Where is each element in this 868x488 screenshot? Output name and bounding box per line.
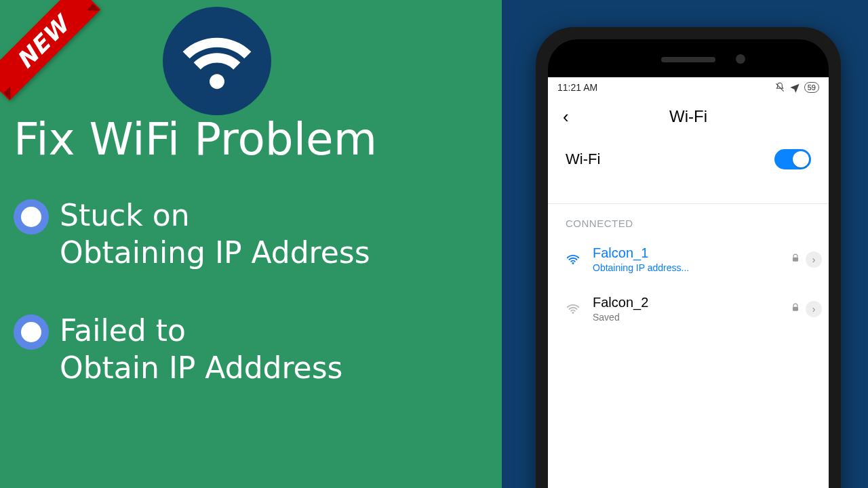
phone-device: 11:21 AM 59 ‹ Wi-Fi Wi-Fi CONNECTED bbox=[536, 27, 841, 488]
check-icon bbox=[14, 314, 49, 350]
main-title: Fix WiFi Problem bbox=[14, 115, 377, 165]
svg-rect-3 bbox=[793, 306, 798, 310]
network-item[interactable]: Falcon_2 Saved › bbox=[548, 284, 829, 333]
lock-icon bbox=[791, 253, 800, 266]
battery-indicator: 59 bbox=[804, 82, 819, 93]
status-bar: 11:21 AM 59 bbox=[548, 77, 829, 98]
lock-icon bbox=[791, 303, 800, 315]
detail-button[interactable]: › bbox=[806, 251, 822, 268]
network-name: Falcon_2 bbox=[593, 295, 791, 310]
silent-icon bbox=[774, 82, 785, 93]
bullet-item: Stuck on Obtaining IP Address bbox=[14, 197, 488, 271]
new-badge: NEW bbox=[0, 0, 128, 128]
network-status: Saved bbox=[593, 312, 791, 323]
svg-rect-1 bbox=[793, 257, 798, 261]
wifi-toggle-label: Wi-Fi bbox=[566, 150, 600, 168]
bullet-item: Failed to Obtain IP Adddress bbox=[14, 312, 488, 386]
detail-button[interactable]: › bbox=[806, 301, 822, 317]
wifi-icon bbox=[163, 7, 271, 115]
status-time: 11:21 AM bbox=[557, 82, 597, 93]
wifi-signal-icon bbox=[561, 252, 585, 267]
wifi-signal-icon bbox=[561, 302, 585, 317]
bullet-line2: Obtaining IP Address bbox=[60, 235, 370, 270]
new-badge-text: NEW bbox=[0, 0, 100, 100]
wifi-toggle[interactable] bbox=[774, 149, 811, 169]
wifi-toggle-row[interactable]: Wi-Fi bbox=[548, 136, 829, 183]
svg-point-0 bbox=[572, 262, 574, 264]
network-item[interactable]: Falcon_1 Obtaining IP address... › bbox=[548, 235, 829, 284]
page-title: Wi-Fi bbox=[548, 107, 829, 126]
network-status: Obtaining IP address... bbox=[593, 262, 791, 273]
check-icon bbox=[14, 199, 49, 235]
app-header: ‹ Wi-Fi bbox=[548, 98, 829, 136]
network-name: Falcon_1 bbox=[593, 245, 791, 261]
bullet-line2: Obtain IP Adddress bbox=[60, 350, 343, 385]
section-label: CONNECTED bbox=[548, 204, 829, 235]
bullet-line1: Stuck on bbox=[60, 198, 190, 232]
bullet-line1: Failed to bbox=[60, 313, 186, 348]
svg-point-2 bbox=[572, 312, 574, 314]
airplane-icon bbox=[789, 82, 800, 93]
